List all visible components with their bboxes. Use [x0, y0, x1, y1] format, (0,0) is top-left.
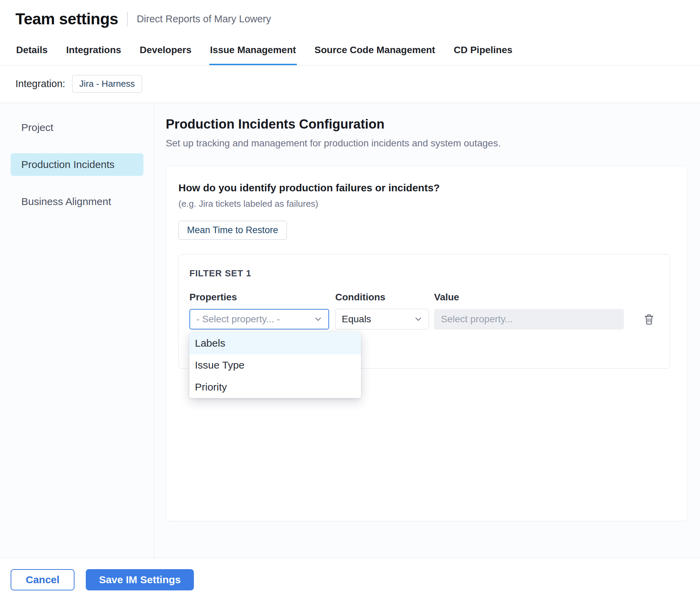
page: Team settings Direct Reports of Mary Low… [0, 0, 700, 600]
tab-cd-pipelines[interactable]: CD Pipelines [453, 35, 513, 65]
dropdown-option-labels[interactable]: Labels [189, 332, 361, 354]
question-heading: How do you identify production failures … [178, 182, 670, 194]
properties-column: Properties - Select property... - Labels… [189, 292, 329, 329]
delete-filter-button[interactable] [643, 313, 655, 325]
condition-select[interactable]: Equals [335, 309, 429, 329]
main-panel: Production Incidents Configuration Set u… [154, 103, 700, 558]
section-title: Production Incidents Configuration [166, 117, 687, 132]
settings-sidebar: Project Production Incidents Business Al… [0, 103, 154, 558]
conditions-label: Conditions [335, 292, 429, 303]
app-header: Team settings Direct Reports of Mary Low… [0, 0, 700, 35]
metric-chip-mean-time-to-restore[interactable]: Mean Time to Restore [178, 221, 287, 240]
condition-select-value: Equals [342, 314, 371, 325]
section-subtitle: Set up tracking and management for produ… [166, 138, 687, 149]
conditions-column: Conditions Equals [335, 292, 429, 329]
cancel-button[interactable]: Cancel [11, 569, 74, 590]
page-title: Team settings [15, 10, 118, 28]
save-button[interactable]: Save IM Settings [86, 569, 194, 590]
filter-set-title: FILTER SET 1 [189, 268, 656, 279]
tab-source-code-management[interactable]: Source Code Management [314, 35, 436, 65]
trash-column [643, 292, 655, 325]
sidebar-item-production-incidents[interactable]: Production Incidents [11, 153, 143, 176]
value-label: Value [434, 292, 624, 303]
incidents-config-card: How do you identify production failures … [166, 166, 687, 521]
tab-developers[interactable]: Developers [139, 35, 192, 65]
tab-bar: Details Integrations Developers Issue Ma… [0, 35, 700, 65]
filter-row: Properties - Select property... - Labels… [189, 292, 656, 329]
question-hint: (e.g. Jira tickets labeled as failures) [178, 199, 670, 209]
page-subtitle: Direct Reports of Mary Lowery [137, 13, 271, 25]
tab-details[interactable]: Details [15, 35, 48, 65]
value-input[interactable] [434, 309, 624, 329]
property-dropdown: Labels Issue Type Priority [189, 332, 361, 398]
sidebar-item-project[interactable]: Project [11, 116, 143, 139]
integration-chip[interactable]: Jira - Harness [72, 75, 142, 93]
trash-icon [643, 313, 655, 325]
footer-actions: Cancel Save IM Settings [0, 558, 700, 600]
dropdown-option-issue-type[interactable]: Issue Type [189, 354, 361, 376]
filter-set-box: FILTER SET 1 Properties - Select propert… [178, 254, 670, 369]
sidebar-item-business-alignment[interactable]: Business Alignment [11, 190, 143, 213]
title-divider [127, 12, 128, 26]
property-select-wrap: - Select property... - Labels Issue Type… [189, 309, 329, 329]
dropdown-option-priority[interactable]: Priority [189, 376, 361, 398]
value-column: Value [434, 292, 624, 329]
content-area: Project Production Incidents Business Al… [0, 103, 700, 558]
property-select[interactable]: - Select property... - [189, 309, 329, 329]
chevron-down-icon [413, 314, 423, 324]
property-select-placeholder: - Select property... - [196, 314, 280, 325]
integration-label: Integration: [15, 78, 65, 89]
chevron-down-icon [313, 314, 323, 324]
integration-row: Integration: Jira - Harness [0, 65, 700, 103]
tab-issue-management[interactable]: Issue Management [209, 35, 297, 65]
properties-label: Properties [189, 292, 329, 303]
tab-integrations[interactable]: Integrations [66, 35, 122, 65]
